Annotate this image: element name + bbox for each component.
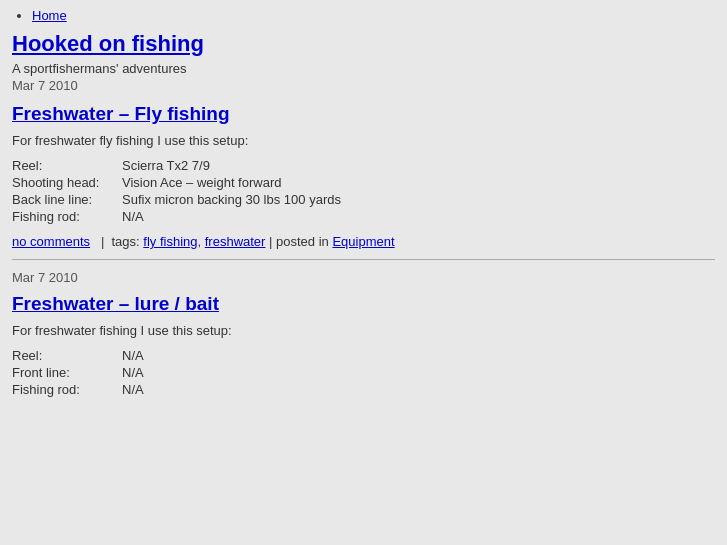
post-1-tag-fly-fishing[interactable]: fly fishing xyxy=(143,234,197,249)
post-2-gear-value-rod: N/A xyxy=(122,382,144,397)
post-1-gear-row-0: Reel: Scierra Tx2 7/9 xyxy=(12,158,715,173)
blog-title-link[interactable]: Hooked on fishing xyxy=(12,31,715,57)
blog-header-date: Mar 7 2010 xyxy=(12,78,715,93)
gear-label-backing: Back line line: xyxy=(12,192,122,207)
post-1-intro: For freshwater fly fishing I use this se… xyxy=(12,133,715,148)
post-2-gear-label-rod: Fishing rod: xyxy=(12,382,122,397)
post-1-posted-in-label: posted in xyxy=(276,234,329,249)
gear-value-rod: N/A xyxy=(122,209,144,224)
post-1-gear-row-2: Back line line: Sufix micron backing 30 … xyxy=(12,192,715,207)
post-1-category-link[interactable]: Equipment xyxy=(332,234,394,249)
gear-label-shooting: Shooting head: xyxy=(12,175,122,190)
post-2-gear-value-front: N/A xyxy=(122,365,144,380)
post-1-title-link[interactable]: Freshwater – Fly fishing xyxy=(12,103,715,125)
gear-value-shooting: Vision Ace – weight forward xyxy=(122,175,281,190)
post-2-gear-row-1: Front line: N/A xyxy=(12,365,715,380)
post-2-gear-row-0: Reel: N/A xyxy=(12,348,715,363)
post-2-title-link[interactable]: Freshwater – lure / bait xyxy=(12,293,715,315)
blog-header: Hooked on fishing A sportfishermans' adv… xyxy=(12,31,715,93)
post-2-gear-table: Reel: N/A Front line: N/A Fishing rod: N… xyxy=(12,348,715,397)
post-2: Freshwater – lure / bait For freshwater … xyxy=(12,293,715,397)
post-1-gear-table: Reel: Scierra Tx2 7/9 Shooting head: Vis… xyxy=(12,158,715,224)
post-2-gear-row-2: Fishing rod: N/A xyxy=(12,382,715,397)
gear-label-reel: Reel: xyxy=(12,158,122,173)
post-2-date: Mar 7 2010 xyxy=(12,270,715,285)
post-1-tag-freshwater[interactable]: freshwater xyxy=(205,234,266,249)
post-1-gear-row-1: Shooting head: Vision Ace – weight forwa… xyxy=(12,175,715,190)
post-1-tags-label: tags: xyxy=(111,234,139,249)
post-2-intro: For freshwater fishing I use this setup: xyxy=(12,323,715,338)
blog-subtitle: A sportfishermans' adventures xyxy=(12,61,715,76)
post-1-gear-row-3: Fishing rod: N/A xyxy=(12,209,715,224)
post-1-comments-link[interactable]: no comments xyxy=(12,234,90,249)
post-1-footer: no comments | tags: fly fishing, freshwa… xyxy=(12,234,715,249)
gear-label-rod: Fishing rod: xyxy=(12,209,122,224)
post-2-gear-label-reel: Reel: xyxy=(12,348,122,363)
post-2-gear-label-front: Front line: xyxy=(12,365,122,380)
gear-value-reel: Scierra Tx2 7/9 xyxy=(122,158,210,173)
gear-value-backing: Sufix micron backing 30 lbs 100 yards xyxy=(122,192,341,207)
post-1: Freshwater – Fly fishing For freshwater … xyxy=(12,103,715,249)
post-2-gear-value-reel: N/A xyxy=(122,348,144,363)
breadcrumb-nav: Home xyxy=(12,8,715,23)
nav-home-link[interactable]: Home xyxy=(32,8,67,23)
post-separator xyxy=(12,259,715,260)
